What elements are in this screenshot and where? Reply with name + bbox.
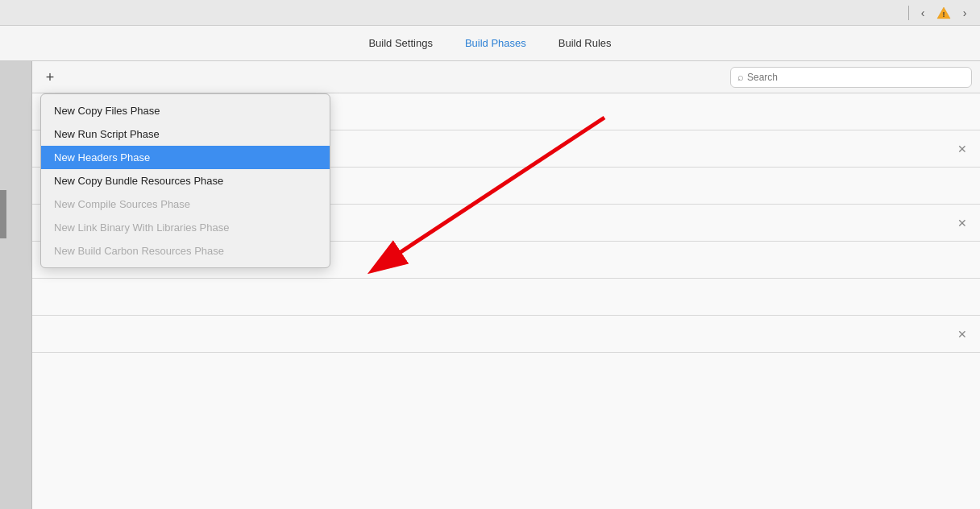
phase-row: ✕ bbox=[32, 316, 980, 353]
top-bar: ‹ ! › bbox=[0, 0, 980, 26]
phase-row bbox=[32, 279, 980, 316]
tab-build-rules[interactable]: Build Rules bbox=[559, 34, 612, 52]
warning-icon: ! bbox=[935, 4, 953, 22]
menu-item-new-link-binary[interactable]: New Link Binary With Libraries Phase bbox=[41, 216, 330, 239]
content-panel: + ⌕ New Copy Files PhaseNew Run Script P… bbox=[32, 61, 980, 509]
nav-back-button[interactable]: ‹ bbox=[914, 4, 932, 22]
menu-item-new-headers[interactable]: New Headers Phase bbox=[41, 146, 330, 169]
menu-item-new-build-carbon[interactable]: New Build Carbon Resources Phase bbox=[41, 239, 330, 263]
svg-text:!: ! bbox=[943, 10, 945, 19]
close-phase-button[interactable]: ✕ bbox=[957, 217, 967, 230]
menu-item-new-run-script[interactable]: New Run Script Phase bbox=[41, 122, 330, 146]
nav-forward-button[interactable]: › bbox=[956, 4, 974, 22]
add-phase-button[interactable]: + bbox=[40, 68, 60, 87]
search-input[interactable] bbox=[747, 72, 965, 83]
sidebar-color-block bbox=[0, 190, 6, 238]
menu-item-new-compile-sources[interactable]: New Compile Sources Phase bbox=[41, 192, 330, 216]
search-icon: ⌕ bbox=[737, 71, 744, 83]
dropdown-menu: New Copy Files PhaseNew Run Script Phase… bbox=[40, 93, 330, 268]
sidebar-strip bbox=[0, 61, 32, 509]
search-box: ⌕ bbox=[730, 67, 972, 88]
main-content: + ⌕ New Copy Files PhaseNew Run Script P… bbox=[0, 61, 980, 509]
toolbar-row: + ⌕ bbox=[32, 61, 980, 93]
tab-build-phases[interactable]: Build Phases bbox=[465, 34, 526, 52]
menu-item-new-copy-files[interactable]: New Copy Files Phase bbox=[41, 99, 330, 122]
close-phase-button[interactable]: ✕ bbox=[957, 143, 967, 155]
menu-item-new-copy-bundle[interactable]: New Copy Bundle Resources Phase bbox=[41, 169, 330, 192]
tab-build-settings[interactable]: Build Settings bbox=[368, 34, 433, 52]
close-phase-button[interactable]: ✕ bbox=[957, 328, 967, 341]
nav-divider bbox=[908, 6, 909, 20]
tab-bar: Build Settings Build Phases Build Rules bbox=[0, 26, 980, 61]
